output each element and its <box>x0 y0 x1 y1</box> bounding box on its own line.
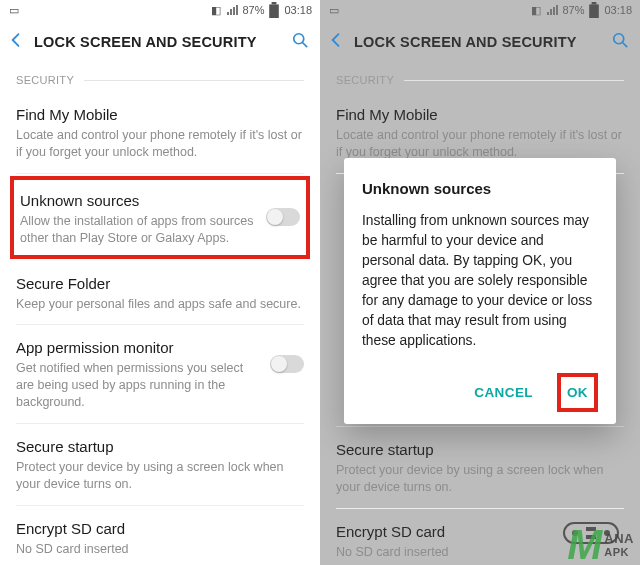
image-icon: ▭ <box>8 4 20 16</box>
watermark: M ANA APK <box>567 530 634 559</box>
ok-button[interactable]: OK <box>561 377 594 408</box>
cancel-button[interactable]: CANCEL <box>468 377 539 408</box>
item-app-permission-monitor[interactable]: App permission monitor Get notified when… <box>16 325 304 424</box>
dialog-title: Unknown sources <box>362 180 598 197</box>
battery-icon <box>268 4 280 16</box>
signal-icon <box>226 4 238 16</box>
item-secure-folder[interactable]: Secure Folder Keep your personal files a… <box>16 261 304 326</box>
item-title: App permission monitor <box>16 339 262 356</box>
highlight-ok: OK <box>557 373 598 412</box>
item-secure-startup[interactable]: Secure startup Protect your device by us… <box>16 424 304 506</box>
watermark-m: M <box>567 530 602 559</box>
section-header: SECURITY <box>16 74 304 86</box>
item-subtitle: Keep your personal files and apps safe a… <box>16 296 304 313</box>
back-icon[interactable] <box>6 30 26 54</box>
svg-rect-0 <box>270 4 280 18</box>
watermark-sub: APK <box>604 546 634 558</box>
page-title: LOCK SCREEN AND SECURITY <box>34 34 282 50</box>
item-title: Find My Mobile <box>16 106 304 123</box>
item-subtitle: Allow the installation of apps from sour… <box>20 213 258 247</box>
item-unknown-sources[interactable]: Unknown sources Allow the installation o… <box>20 188 300 251</box>
search-icon[interactable] <box>290 30 310 54</box>
item-find-my-mobile[interactable]: Find My Mobile Locate and control your p… <box>16 92 304 174</box>
item-title: Encrypt SD card <box>16 520 304 537</box>
section-label: SECURITY <box>16 74 74 86</box>
dialog-unknown-sources: Unknown sources Installing from unknown … <box>344 158 616 424</box>
toggle-unknown-sources[interactable] <box>266 208 300 226</box>
clock: 03:18 <box>284 4 312 16</box>
item-title: Secure startup <box>16 438 304 455</box>
status-bar: ▭ ◧ 87% 03:18 <box>0 0 320 20</box>
svg-rect-1 <box>272 2 277 4</box>
item-encrypt-sd[interactable]: Encrypt SD card No SD card inserted <box>16 506 304 565</box>
item-title: Unknown sources <box>20 192 258 209</box>
dialog-overlay: Unknown sources Installing from unknown … <box>320 0 640 565</box>
item-subtitle: Get notified when permissions you select… <box>16 360 262 411</box>
highlight-unknown-sources: Unknown sources Allow the installation o… <box>10 176 310 259</box>
item-subtitle: No SD card inserted <box>16 541 304 558</box>
battery-pct: 87% <box>242 4 264 16</box>
app-bar: LOCK SCREEN AND SECURITY <box>0 20 320 64</box>
item-subtitle: Locate and control your phone remotely i… <box>16 127 304 161</box>
toggle-permission-monitor[interactable] <box>270 355 304 373</box>
item-subtitle: Protect your device by using a screen lo… <box>16 459 304 493</box>
item-title: Secure Folder <box>16 275 304 292</box>
battery-saver-icon: ◧ <box>210 4 222 16</box>
dialog-body: Installing from unknown sources may be h… <box>362 211 598 351</box>
watermark-brand: ANA <box>604 531 634 546</box>
